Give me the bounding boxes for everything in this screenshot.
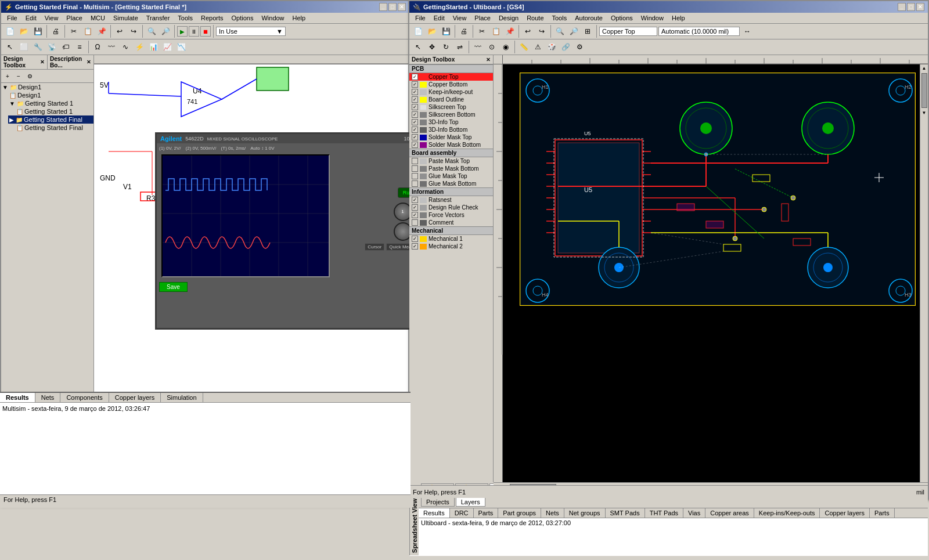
results-spread-tab[interactable]: Results: [419, 508, 450, 518]
ratsnest-check[interactable]: ✓: [412, 197, 418, 203]
layer-3d-bottom[interactable]: ✓ 3D-Info Bottom: [409, 126, 493, 133]
ub-flip[interactable]: ⇌: [453, 41, 466, 53]
run-button[interactable]: ▶: [177, 26, 188, 37]
new-button[interactable]: 📄: [3, 25, 16, 38]
ub-redo[interactable]: ↪: [535, 25, 548, 38]
remove-design-button[interactable]: −: [13, 71, 24, 81]
ms-simulation-tab[interactable]: Simulation: [161, 393, 203, 402]
redo-button[interactable]: ↪: [127, 25, 140, 38]
scroll-thumb-v[interactable]: [921, 73, 927, 108]
projects-tab[interactable]: Projects: [421, 497, 455, 507]
tree-getting-started1-folder[interactable]: ▼ 📁 Getting Started 1: [8, 99, 93, 107]
scroll-up-button[interactable]: ▲: [921, 64, 928, 72]
ub-maximize-button[interactable]: □: [907, 3, 915, 11]
ub-drc[interactable]: ⚠: [531, 41, 544, 53]
auto-route-dropdown[interactable]: Automatic (10.0000 mil): [658, 27, 740, 36]
multisim-maximize-button[interactable]: □: [388, 3, 397, 11]
smt-pads-spread-tab[interactable]: SMT Pads: [606, 508, 645, 518]
ms-copper-tab[interactable]: Copper layers: [109, 393, 161, 402]
menu-place[interactable]: Place: [63, 14, 86, 22]
oscilloscope-instrument[interactable]: Agilent 54622D MIXED SIGNAL OSCILLOSCOPE…: [155, 132, 409, 330]
ub-print[interactable]: 🖨: [458, 25, 470, 38]
ub-menu-autoroute[interactable]: Autoroute: [571, 14, 606, 22]
tree-gsfinal-folder[interactable]: ▶ 📁 Getting Started Final: [8, 115, 93, 124]
menu-file[interactable]: File: [3, 14, 21, 22]
layer-paste-top[interactable]: Paste Mask Top: [409, 157, 493, 165]
ub-zoom-fit[interactable]: ⊞: [581, 25, 594, 38]
layer-solder-top[interactable]: ✓ Solder Mask Top: [409, 133, 493, 141]
bus-tool[interactable]: ≡: [73, 41, 86, 53]
layer-ratsnest[interactable]: ✓ Ratsnest: [409, 196, 493, 204]
pause-button[interactable]: ⏸: [189, 26, 199, 37]
glue-top-check[interactable]: [412, 173, 418, 179]
layer-mech1[interactable]: ✓ Mechanical 1: [409, 235, 493, 243]
3d-top-check[interactable]: ✓: [412, 119, 418, 125]
ub-move[interactable]: ✥: [426, 41, 438, 53]
layer-glue-bottom[interactable]: Glue Mask Bottom: [409, 180, 493, 187]
part-groups-spread-tab[interactable]: Part groups: [498, 508, 541, 518]
scope[interactable]: 〰: [105, 41, 118, 53]
drc-check[interactable]: ✓: [412, 204, 418, 211]
ub-menu-help[interactable]: Help: [668, 14, 689, 22]
layer-copper-top[interactable]: ✓ Copper Top: [409, 73, 493, 81]
paste-button[interactable]: 📌: [95, 25, 108, 38]
menu-window[interactable]: Window: [258, 14, 287, 22]
pcb-board[interactable]: H1 H2 H4 H3: [503, 64, 920, 482]
add-design-button[interactable]: +: [2, 71, 13, 81]
layer-paste-bottom[interactable]: Paste Mask Bottom: [409, 165, 493, 172]
ub-menu-design[interactable]: Design: [495, 14, 522, 22]
menu-tools[interactable]: Tools: [174, 14, 196, 22]
copy-button[interactable]: 📋: [81, 25, 94, 38]
tree-design1[interactable]: ▼ 📁 Design1: [1, 83, 93, 91]
multisim-close-button[interactable]: ✕: [398, 3, 406, 11]
desc-box-close[interactable]: ✕: [87, 59, 91, 65]
ch1-amplitude-knob[interactable]: 1: [394, 203, 410, 221]
ub-new[interactable]: 📄: [412, 25, 424, 38]
ub-3d-view[interactable]: 🎲: [545, 41, 558, 53]
layer-keepin[interactable]: ✓ Keep-in/keep-out: [409, 88, 493, 96]
vertical-scrollbar-ub[interactable]: ▲ ▼: [920, 64, 928, 482]
menu-reports[interactable]: Reports: [197, 14, 227, 22]
keepins-spread-tab[interactable]: Keep-ins/Keep-outs: [754, 508, 820, 518]
layer-solder-bottom[interactable]: ✓ Solder Mask Bottom: [409, 141, 493, 149]
ub-select[interactable]: ↖: [412, 41, 424, 53]
mech1-check[interactable]: ✓: [412, 236, 418, 242]
copper-layers-spread-tab[interactable]: Copper layers: [820, 508, 869, 518]
cut-button[interactable]: ✂: [67, 25, 80, 38]
label-tool[interactable]: 🏷: [59, 41, 72, 53]
force-check[interactable]: ✓: [412, 212, 418, 218]
wire-tool[interactable]: ⬜: [17, 41, 30, 53]
ub-open[interactable]: 📂: [426, 25, 438, 38]
ub-menu-file[interactable]: File: [412, 14, 429, 22]
paste-bottom-check[interactable]: [412, 165, 418, 172]
layer-silk-bottom[interactable]: ✓ Silkscreen Bottom: [409, 111, 493, 118]
layer-drc[interactable]: ✓ Design Rule Check: [409, 204, 493, 211]
menu-transfer[interactable]: Transfer: [143, 14, 174, 22]
ub-menu-route[interactable]: Route: [523, 14, 547, 22]
layer-force[interactable]: ✓ Force Vectors: [409, 211, 493, 219]
logic-analyzer[interactable]: 📊: [147, 41, 160, 53]
layer-comment[interactable]: Comment: [409, 219, 493, 226]
solder-bottom-check[interactable]: ✓: [412, 142, 418, 148]
quick-meas-button[interactable]: Quick Meas: [386, 243, 409, 251]
glue-bottom-check[interactable]: [412, 180, 418, 187]
power-probe[interactable]: ⚡: [133, 41, 146, 53]
undo-button[interactable]: ↩: [113, 25, 126, 38]
component-tool[interactable]: 🔧: [31, 41, 44, 53]
zoom-out-button[interactable]: 🔎: [159, 25, 172, 38]
open-button[interactable]: 📂: [17, 25, 30, 38]
mech2-check[interactable]: ✓: [412, 243, 418, 250]
ch1-time-knob[interactable]: [394, 222, 410, 241]
ub-copy[interactable]: 📋: [489, 25, 502, 38]
3d-bottom-check[interactable]: ✓: [412, 127, 418, 133]
layer-3d-top[interactable]: ✓ 3D-Info Top: [409, 118, 493, 126]
ub-close-button[interactable]: ✕: [916, 3, 924, 11]
keepin-check[interactable]: ✓: [412, 89, 418, 95]
save-button[interactable]: 💾: [31, 25, 44, 38]
ub-paste[interactable]: 📌: [503, 25, 516, 38]
stop-button[interactable]: ⏹: [200, 26, 211, 37]
silk-bottom-check[interactable]: ✓: [412, 111, 418, 118]
zoom-in-button[interactable]: 🔍: [145, 25, 158, 38]
layer-silk-top[interactable]: ✓ Silkscreen Top: [409, 103, 493, 111]
menu-simulate[interactable]: Simulate: [110, 14, 142, 22]
